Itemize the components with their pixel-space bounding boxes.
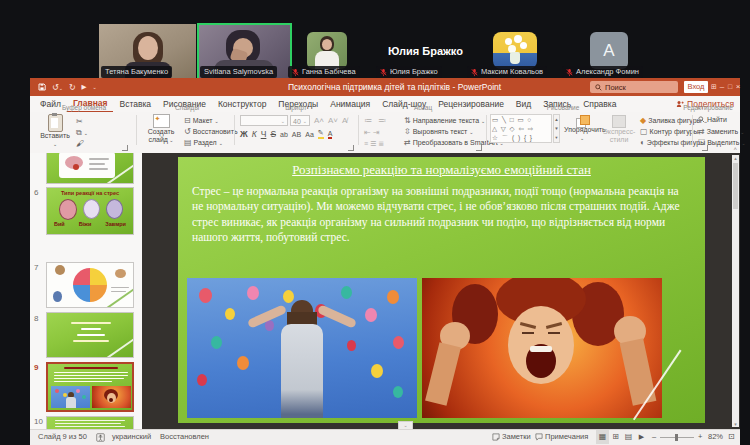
collapse-ribbon-icon[interactable]: ˄ <box>733 146 737 152</box>
replace-button[interactable]: ⇄Заменить⌄ <box>698 127 744 136</box>
notes-toggle[interactable]: Заметки <box>492 430 531 444</box>
decor <box>54 381 112 382</box>
participant-display-name: Юлия Бражко <box>388 45 463 57</box>
reading-view-button[interactable]: ▤ <box>622 430 635 444</box>
arrange-button[interactable]: Упорядочить ⌄ <box>564 114 600 144</box>
slide-scrollbar[interactable]: ▴ ▾ <box>732 155 739 427</box>
align-text-button[interactable]: ⇳Выровнять текст⌄ <box>404 127 473 136</box>
format-painter-button[interactable]: 🖌︎ <box>76 139 84 148</box>
slide-thumbnail-8[interactable] <box>46 312 134 358</box>
highlight-color-button[interactable]: ✎ <box>318 129 324 139</box>
search-placeholder: Поиск <box>605 83 626 92</box>
fit-slide-button[interactable]: ⊡ <box>728 430 735 444</box>
copy-button[interactable]: ⧉⌄ <box>76 128 88 138</box>
strikethrough-button[interactable]: S <box>270 129 276 139</box>
shrink-font-button[interactable]: А˅ <box>328 116 338 125</box>
decor <box>64 367 118 369</box>
slide-thumbnail-9[interactable] <box>46 362 134 412</box>
slide-number-selected: 9 <box>34 363 44 372</box>
select-button[interactable]: ☐Выделить⌄ <box>698 138 746 147</box>
font-size-box[interactable]: 40⌄ <box>290 115 310 126</box>
normal-view-button[interactable]: ▦ <box>596 430 609 444</box>
find-button[interactable]: Найти <box>698 116 727 123</box>
text-shadow-button[interactable]: ab <box>280 131 288 138</box>
grow-font-button[interactable]: А˄ <box>314 116 324 125</box>
bold-button[interactable]: Ж <box>240 129 248 139</box>
comments-icon <box>535 433 543 441</box>
slide-thumbnail-6[interactable]: Типи реакції на стрес Бий Біжи Завмри <box>46 187 134 235</box>
decor <box>54 378 124 379</box>
zoom-in-button[interactable]: + <box>698 430 702 444</box>
layout-button[interactable]: ⊟Макет⌄ <box>184 116 219 125</box>
muted-mic-icon <box>566 68 573 77</box>
text-direction-button[interactable]: ⇅Направление текста⌄ <box>404 116 485 125</box>
font-color-button[interactable]: А <box>328 130 333 139</box>
scrollbar-thumb[interactable] <box>733 163 738 209</box>
close-button[interactable]: × <box>734 78 742 96</box>
ribbon-display-options-icon[interactable]: ⊞ <box>710 78 718 96</box>
search-box[interactable]: Поиск <box>590 81 678 93</box>
slide-body-text: Стрес – це нормальна реакція організму н… <box>192 184 690 245</box>
slide-thumbnails-panel[interactable]: 6 Типи реакції на стрес Бий Біжи Завмри … <box>30 153 143 430</box>
new-slide-button[interactable]: ✦ Создать слайд ⌄ <box>142 114 180 144</box>
align-buttons[interactable]: ≡ ☰ ≣ <box>364 140 384 148</box>
zoom-out-button[interactable]: – <box>652 430 656 444</box>
section-button[interactable]: ▤Раздел⌄ <box>184 138 223 147</box>
redo-icon[interactable]: ↻ <box>69 83 76 92</box>
qat-customize-icon[interactable]: ⌄ <box>93 84 97 90</box>
thumbnail-title: Типи реакції на стрес <box>47 190 133 196</box>
muted-mic-icon <box>471 68 478 77</box>
numbering-button[interactable]: ≕ <box>378 116 386 125</box>
shape-outline-button[interactable]: ▢Контур фигуры⌄ <box>640 127 705 136</box>
italic-button[interactable]: К <box>252 129 257 139</box>
decor <box>510 52 520 64</box>
convert-smartart-button[interactable]: ⇄Преобразовать в SmartArt⌄ <box>404 138 504 147</box>
start-slideshow-icon[interactable]: ▶ <box>82 83 87 91</box>
font-name-box[interactable]: ⌄ <box>240 115 288 126</box>
slide-sorter-view-button[interactable]: ⊞ <box>609 430 622 444</box>
undo-icon[interactable]: ↺⌄ <box>52 83 63 92</box>
reset-button[interactable]: ↺Восстановить <box>184 127 238 136</box>
cut-button[interactable]: ✂ <box>76 117 83 126</box>
quick-styles-button[interactable]: Экспресс-стили <box>602 114 636 144</box>
paragraph-dialog-launcher[interactable] <box>476 145 482 151</box>
change-case-button[interactable]: Аа <box>305 131 314 138</box>
current-slide[interactable]: Розпізнаємо реакцію та нормалізуємо емоц… <box>178 157 705 423</box>
zoom-percentage[interactable]: 82% <box>708 430 723 444</box>
shapes-gallery[interactable]: ▭ ╲ □ ▭ ○△ ▽ ◇ ⇦ ⇨☆ ⌒ ( ) { } <box>490 114 552 143</box>
decor <box>520 42 527 49</box>
zoom-slider[interactable] <box>660 437 694 438</box>
avatar-hanna[interactable] <box>307 32 347 69</box>
character-spacing-button[interactable]: АВ <box>292 131 301 138</box>
minimize-button[interactable]: – <box>718 78 726 96</box>
shapes-scroll[interactable]: ▲▼▾ <box>553 114 560 143</box>
avatar-aleksandr[interactable]: А <box>590 32 628 69</box>
avatar-letter: А <box>603 41 614 61</box>
decor <box>55 426 125 427</box>
accessibility-icon[interactable] <box>96 430 105 444</box>
reaction-label: Завмри <box>105 221 126 227</box>
restore-button[interactable]: □ <box>726 78 734 96</box>
font-dialog-launcher[interactable] <box>348 145 354 151</box>
avatar-maksym[interactable] <box>493 32 537 69</box>
slide-thumbnail-7[interactable] <box>46 262 134 308</box>
slideshow-view-button[interactable]: ▶ <box>635 430 648 444</box>
comments-toggle[interactable]: Примечания <box>535 430 588 444</box>
underline-button[interactable]: Ч <box>261 129 267 139</box>
decor <box>505 38 512 45</box>
slide-thumbnail-5[interactable] <box>46 153 134 184</box>
indent-buttons[interactable]: ⇤ ⇥ <box>364 128 380 137</box>
sign-in-button[interactable]: Вход <box>684 81 708 93</box>
woman-figure <box>187 278 417 418</box>
powerpoint-window: ↺⌄ ↻ ▶ ⌄ Психологічна підтримка дітей та… <box>30 78 740 445</box>
bullets-button[interactable]: ≔ <box>364 116 372 125</box>
language-indicator[interactable]: украинский <box>112 430 151 444</box>
clipboard-dialog-launcher[interactable] <box>122 145 128 151</box>
paste-button[interactable]: Вставить ⌄ <box>38 114 72 144</box>
zoom-slider-handle[interactable] <box>675 434 678 441</box>
save-icon[interactable] <box>38 83 46 91</box>
clear-formatting-button[interactable]: А̸ <box>342 116 347 125</box>
balloons-photo <box>187 278 417 418</box>
slide-indicator[interactable]: Слайд 9 из 50 <box>38 430 87 444</box>
slide-thumbnail-10[interactable] <box>46 416 134 430</box>
